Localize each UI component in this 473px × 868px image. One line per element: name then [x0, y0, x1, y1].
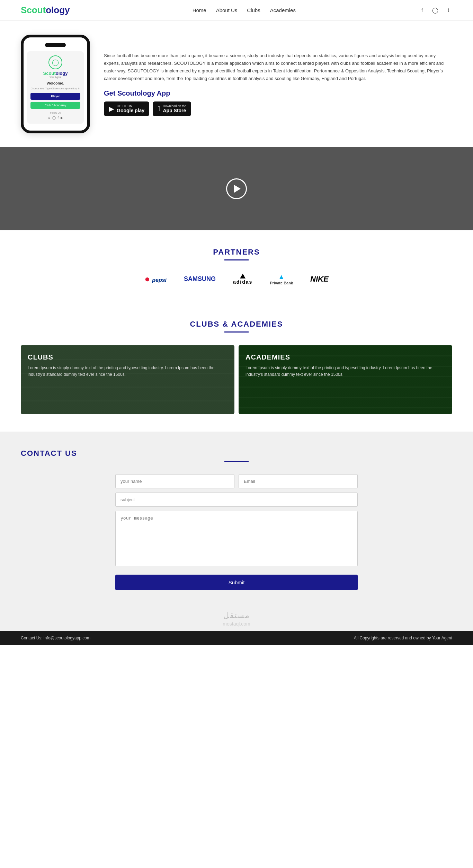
- academies-card-text: Lorem Ipsum is simply dummy text of the …: [246, 365, 445, 378]
- google-play-text: GET IT ON Google play: [117, 104, 144, 113]
- nav-links: Home About Us Clubs Academies: [193, 7, 296, 13]
- store-buttons: ▶ GET IT ON Google play  Download on th…: [104, 101, 452, 116]
- phone-mockup: ◯ Scoutology Your Agent Welcome. Choose …: [21, 35, 90, 133]
- clubs-academies-underline: [224, 331, 249, 333]
- phone-choose: Choose Your Type Of Membership And Log I…: [30, 87, 80, 90]
- logo-ology: ology: [46, 5, 70, 15]
- submit-button[interactable]: Submit: [115, 575, 358, 590]
- clubs-card-title: CLUBS: [28, 353, 227, 361]
- navbar: Scoutology Home About Us Clubs Academies…: [0, 0, 473, 21]
- phone-socials: ♫ ◯ f ▶: [30, 116, 80, 119]
- partners-underline: [224, 259, 249, 260]
- google-play-icon: ▶: [109, 105, 114, 113]
- contact-title: CONTACT US: [21, 449, 452, 458]
- clubs-card-overlay: CLUBS Lorem Ipsum is simply dummy text o…: [21, 345, 234, 414]
- nav-social: f ◯ t: [418, 7, 452, 14]
- samsung-logo: SAMSUNG: [184, 275, 216, 283]
- email-input[interactable]: [239, 474, 358, 488]
- logo-scout: Scout: [21, 5, 46, 15]
- watermark-url: mostaql.com: [223, 621, 250, 627]
- footer-contact: Contact Us: info@scoutologyapp.com: [21, 636, 90, 640]
- phone-brand: Scoutology: [30, 71, 80, 76]
- youtube-icon-phone: ▶: [61, 116, 63, 119]
- phone-tagline: Your Agent: [30, 76, 80, 78]
- academies-card: ACADEMIES Lorem Ipsum is simply dummy te…: [239, 345, 452, 414]
- academies-card-overlay: ACADEMIES Lorem Ipsum is simply dummy te…: [239, 345, 452, 414]
- nav-about[interactable]: About Us: [216, 7, 238, 13]
- clubs-academies-title: CLUBS & ACADEMIES: [21, 320, 452, 329]
- phone-follow: Follow Us: [30, 112, 80, 114]
- hero-section: ◯ Scoutology Your Agent Welcome. Choose …: [0, 21, 473, 147]
- adidas-logo: adidas: [233, 274, 252, 285]
- contact-underline: [224, 461, 249, 462]
- facebook-icon[interactable]: f: [418, 7, 426, 14]
- tiktok-icon: ♫: [48, 116, 50, 119]
- nav-academies[interactable]: Academies: [270, 7, 296, 13]
- instagram-icon-phone: ◯: [52, 116, 56, 119]
- footer: Contact Us: info@scoutologyapp.com All C…: [0, 631, 473, 645]
- play-button[interactable]: [226, 178, 247, 199]
- pepsi-logo: ● pepsi: [144, 274, 167, 284]
- partners-section: PARTNERS ● pepsi SAMSUNG adidas ▲ Privat…: [0, 230, 473, 302]
- barclays-logo: ▲ Private Bank: [270, 273, 293, 285]
- clubs-academies-section: CLUBS & ACADEMIES CLUBS Lorem Ipsum is s…: [0, 302, 473, 432]
- contact-form: Submit: [115, 474, 358, 590]
- watermark-text: مستقل: [223, 611, 250, 620]
- get-app-title: Get Scoutology App: [104, 89, 452, 97]
- phone-club-btn: Club / Academy: [30, 102, 80, 109]
- watermark-area: مستقل mostaql.com: [0, 608, 473, 631]
- phone-screen: ◯ Scoutology Your Agent Welcome. Choose …: [27, 51, 84, 124]
- subject-input[interactable]: [115, 493, 358, 507]
- google-play-btn[interactable]: ▶ GET IT ON Google play: [104, 101, 149, 116]
- footer-copy: All Copyrights are reserved and owned by…: [354, 636, 452, 640]
- nav-home[interactable]: Home: [193, 7, 206, 13]
- instagram-icon[interactable]: ◯: [431, 7, 439, 14]
- partners-logos: ● pepsi SAMSUNG adidas ▲ Private Bank NI…: [21, 273, 452, 285]
- clubs-card-text: Lorem Ipsum is simply dummy text of the …: [28, 365, 227, 378]
- play-triangle-icon: [234, 185, 241, 193]
- nike-logo: NIKE: [310, 275, 329, 284]
- partners-title: PARTNERS: [21, 248, 452, 257]
- site-logo: Scoutology: [21, 5, 70, 16]
- facebook-icon-phone: f: [58, 116, 59, 119]
- apple-icon: : [158, 105, 160, 113]
- twitter-icon[interactable]: t: [445, 7, 452, 14]
- clubs-card: CLUBS Lorem Ipsum is simply dummy text o…: [21, 345, 234, 414]
- phone-player-btn: Player: [30, 93, 80, 100]
- nav-clubs[interactable]: Clubs: [247, 7, 260, 13]
- phone-logo-circle: ◯: [48, 55, 62, 69]
- form-name-email-row: [115, 474, 358, 488]
- contact-section: CONTACT US Submit: [0, 432, 473, 608]
- video-section: [0, 147, 473, 230]
- hero-text: Since football has become more than just…: [104, 52, 452, 116]
- app-store-text: Download on the App Store: [163, 104, 186, 113]
- message-input[interactable]: [115, 511, 358, 566]
- app-store-btn[interactable]:  Download on the App Store: [153, 101, 191, 116]
- name-input[interactable]: [115, 474, 234, 488]
- phone-welcome: Welcome.: [30, 81, 80, 85]
- hero-description: Since football has become more than just…: [104, 52, 452, 82]
- academies-card-title: ACADEMIES: [246, 353, 445, 361]
- phone-notch: [45, 43, 66, 47]
- clubs-cards: CLUBS Lorem Ipsum is simply dummy text o…: [21, 345, 452, 414]
